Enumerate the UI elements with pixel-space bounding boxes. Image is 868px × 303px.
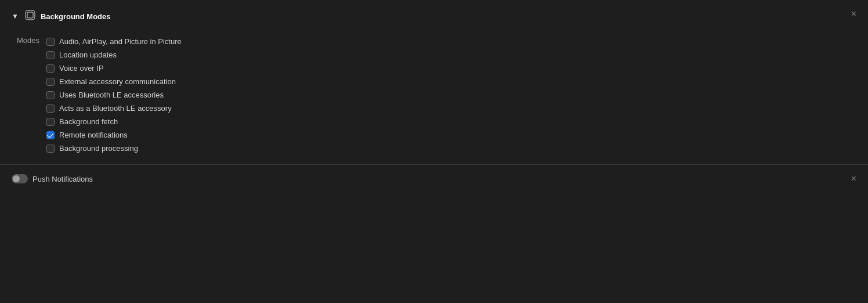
checkbox-item-voip[interactable]: Voice over IP xyxy=(46,62,182,75)
checkbox-ble-acts[interactable] xyxy=(46,104,55,113)
checkbox-remote[interactable] xyxy=(46,131,55,139)
svg-rect-1 xyxy=(27,12,33,18)
checkbox-label-processing: Background processing xyxy=(59,144,138,153)
checkbox-label-fetch: Background fetch xyxy=(59,117,118,126)
push-notifications-header: Push Notifications xyxy=(12,174,856,183)
checkbox-audio[interactable] xyxy=(46,38,55,46)
modes-row: Modes Audio, AirPlay, and Picture in Pic… xyxy=(12,35,856,155)
background-modes-header: ▼ Background Modes xyxy=(12,9,856,23)
background-modes-section: ▼ Background Modes × Modes Audio, AirPla… xyxy=(0,0,868,165)
push-toggle-knob xyxy=(13,175,20,182)
checkbox-label-audio: Audio, AirPlay, and Picture in Picture xyxy=(59,37,182,46)
checkbox-location[interactable] xyxy=(46,51,55,59)
checkbox-voip[interactable] xyxy=(46,64,55,73)
push-notifications-close-button[interactable]: × xyxy=(851,174,856,183)
push-notifications-section: Push Notifications × xyxy=(0,165,868,193)
background-modes-icon xyxy=(24,9,36,23)
checkbox-item-external[interactable]: External accessory communication xyxy=(46,75,182,88)
checkbox-processing[interactable] xyxy=(46,145,55,153)
checkbox-label-remote: Remote notifications xyxy=(59,131,128,139)
checkbox-label-ble-acts: Acts as a Bluetooth LE accessory xyxy=(59,104,172,113)
checkboxes-list: Audio, AirPlay, and Picture in PictureLo… xyxy=(46,35,182,155)
checkbox-external[interactable] xyxy=(46,78,55,86)
background-modes-close-button[interactable]: × xyxy=(851,9,856,19)
checkbox-ble-uses[interactable] xyxy=(46,91,55,99)
push-notifications-toggle[interactable] xyxy=(12,174,28,183)
checkbox-item-ble-uses[interactable]: Uses Bluetooth LE accessories xyxy=(46,88,182,102)
checkbox-label-voip: Voice over IP xyxy=(59,64,104,73)
checkbox-item-fetch[interactable]: Background fetch xyxy=(46,115,182,128)
checkbox-item-remote[interactable]: Remote notifications xyxy=(46,128,182,142)
checkbox-item-processing[interactable]: Background processing xyxy=(46,142,182,155)
checkbox-label-ble-uses: Uses Bluetooth LE accessories xyxy=(59,91,164,99)
checkbox-label-external: External accessory communication xyxy=(59,77,176,86)
checkbox-item-location[interactable]: Location updates xyxy=(46,48,182,62)
checkbox-fetch[interactable] xyxy=(46,118,55,126)
checkbox-item-audio[interactable]: Audio, AirPlay, and Picture in Picture xyxy=(46,35,182,48)
push-notifications-title: Push Notifications xyxy=(32,175,93,183)
expand-chevron[interactable]: ▼ xyxy=(12,12,19,20)
checkbox-label-location: Location updates xyxy=(59,50,117,59)
background-modes-title: Background Modes xyxy=(41,12,111,21)
checkbox-item-ble-acts[interactable]: Acts as a Bluetooth LE accessory xyxy=(46,102,182,115)
modes-label: Modes xyxy=(12,36,46,45)
